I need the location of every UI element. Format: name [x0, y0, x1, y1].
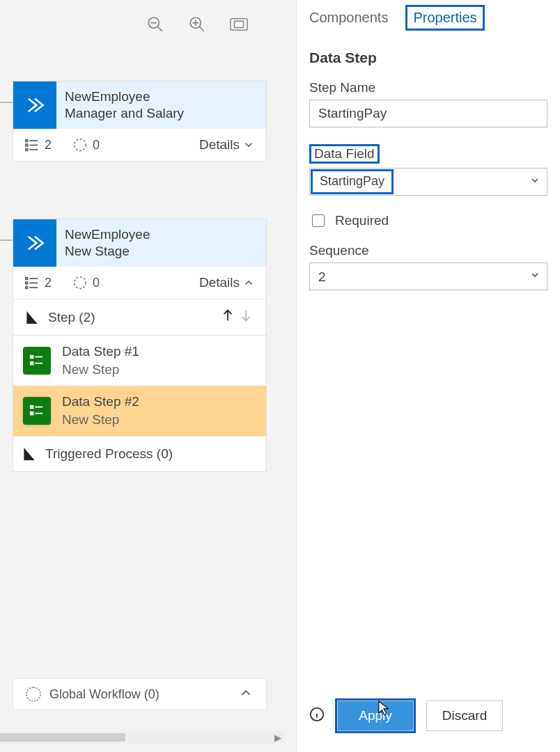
tab-properties[interactable]: Properties — [407, 7, 482, 29]
data-field-label: Data Field — [309, 144, 380, 164]
svg-line-1 — [157, 26, 162, 31]
steps-count: 2 — [24, 275, 52, 290]
svg-rect-13 — [26, 149, 28, 151]
zoom-in-button[interactable] — [188, 15, 206, 33]
step-name-input[interactable] — [309, 100, 547, 127]
stage-card-new-stage[interactable]: NewEmployee New Stage 2 0 Details — [13, 219, 267, 472]
horizontal-scrollbar[interactable]: ▶ — [0, 731, 286, 744]
trigger-count: 0 — [72, 275, 100, 290]
chevron-up-icon — [238, 685, 254, 704]
panel-heading: Data Step — [309, 49, 547, 66]
stage-chevron-icon — [13, 219, 56, 267]
svg-rect-18 — [26, 282, 28, 284]
data-step-icon — [23, 347, 51, 375]
data-step-icon — [23, 397, 51, 425]
svg-rect-25 — [31, 356, 33, 359]
triangle-icon — [26, 311, 37, 324]
details-toggle[interactable]: Details — [199, 275, 255, 290]
stage-chevron-icon — [13, 81, 56, 129]
tab-components[interactable]: Components — [304, 7, 394, 29]
scrollbar-thumb[interactable] — [0, 733, 125, 742]
connector-line — [0, 240, 13, 241]
svg-rect-31 — [31, 412, 33, 415]
triangle-icon — [24, 448, 34, 460]
sequence-select[interactable]: 2 — [309, 263, 547, 290]
info-icon — [309, 707, 325, 725]
svg-point-22 — [75, 277, 86, 289]
discard-button[interactable]: Discard — [426, 700, 503, 731]
fit-to-screen-button[interactable] — [230, 15, 248, 33]
move-step-down-button[interactable] — [238, 308, 254, 327]
sequence-label: Sequence — [309, 243, 547, 258]
stage-entity: NewEmployee — [65, 88, 184, 105]
data-step-1[interactable]: Data Step #1 New Step — [13, 336, 266, 386]
svg-rect-8 — [235, 21, 244, 27]
svg-line-4 — [199, 26, 204, 31]
apply-button[interactable]: Apply — [337, 700, 414, 731]
workflow-icon — [26, 687, 41, 702]
global-workflow-bar[interactable]: Global Workflow (0) — [13, 678, 267, 710]
details-toggle[interactable]: Details — [199, 137, 255, 152]
data-field-value: StartingPay — [311, 169, 394, 194]
triggered-process-section[interactable]: Triggered Process (0) — [13, 436, 266, 471]
steps-count: 2 — [24, 137, 52, 152]
svg-rect-9 — [26, 140, 28, 142]
stage-title: Manager and Salary — [65, 105, 184, 122]
svg-point-15 — [75, 139, 86, 151]
zoom-out-button[interactable] — [146, 15, 164, 33]
scroll-right-icon: ▶ — [274, 733, 281, 743]
required-label: Required — [335, 213, 389, 228]
stage-title: New Stage — [65, 243, 150, 260]
trigger-count: 0 — [72, 137, 100, 152]
stage-entity: NewEmployee — [65, 226, 150, 243]
data-step-2[interactable]: Data Step #2 New Step — [13, 386, 266, 436]
step-name-label: Step Name — [309, 80, 547, 95]
stage-card-manager-salary[interactable]: NewEmployee Manager and Salary 2 0 Detai… — [13, 81, 267, 162]
required-checkbox[interactable] — [312, 214, 325, 227]
svg-rect-29 — [31, 406, 33, 409]
svg-rect-27 — [31, 362, 33, 365]
move-step-up-button[interactable] — [220, 308, 235, 327]
step-section-header[interactable]: Step (2) — [13, 299, 266, 335]
connector-line — [0, 102, 13, 103]
svg-rect-7 — [231, 19, 247, 31]
svg-rect-11 — [26, 144, 28, 146]
svg-rect-16 — [26, 278, 28, 280]
svg-rect-20 — [26, 287, 28, 289]
